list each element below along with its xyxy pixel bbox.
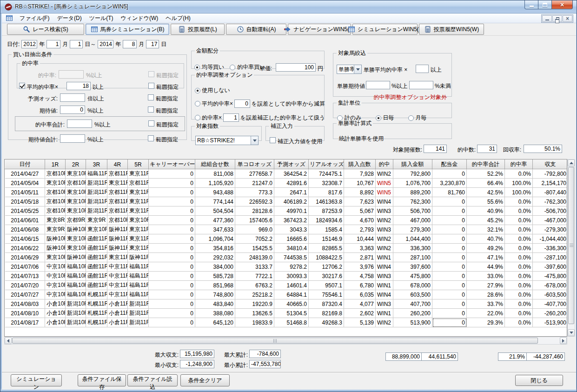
grid-cell[interactable]: 47.1% [467,253,505,262]
grid-cell[interactable]: 6,780 [344,281,376,290]
grid-cell[interactable]: 22.0% [467,309,505,318]
grid-cell[interactable]: 157405.6 [235,216,274,225]
grid-cell[interactable]: 2014/06/15 [5,234,45,244]
grid-cell[interactable]: 福島10R [66,281,86,290]
grid-cell[interactable]: 34810.4 [274,244,309,253]
scroll-down-button[interactable] [568,329,575,336]
grid-cell[interactable]: 6,035 [344,290,376,299]
grid-cell[interactable]: 新潟11R [86,188,107,197]
grid-cell[interactable]: 0 [149,234,195,244]
grid-cell[interactable]: 0 [149,290,195,299]
grid-cell[interactable]: 小倉11R [107,309,128,318]
grid-cell[interactable]: WIN3 [376,225,393,234]
grid-cell[interactable]: 7,623 [344,197,376,206]
grid-cell[interactable]: -807,440 [533,188,568,197]
grid-cell[interactable]: 2014/05/11 [5,188,45,197]
grid-cell[interactable]: WIN4 [376,197,393,206]
chevron-down-icon[interactable] [251,136,258,145]
grid-cell[interactable]: 福島11R [128,262,149,272]
avg-hit-rate-input[interactable]: 18 [66,82,91,90]
column-header[interactable]: 1R [45,160,66,169]
menu-item[interactable]: ファイル(F) [16,13,53,23]
avg-hit-rate-checkbox[interactable] [19,83,25,89]
grid-cell[interactable]: 東京11R [128,225,149,234]
grid-cell[interactable]: 東京9R , [45,225,66,234]
grid-cell[interactable]: 福島10R [66,290,86,299]
grid-cell[interactable]: 513,900 [393,318,432,327]
grid-cell[interactable]: 943,488 [195,188,235,197]
grid-cell[interactable]: WIN2 [376,216,393,225]
grid-cell[interactable]: 30217.6 [309,272,344,281]
grid-cell[interactable]: 0 [432,318,467,327]
grid-cell[interactable]: 817.6 [309,188,344,197]
grid-cell[interactable]: 新潟11R [86,197,107,206]
horizontal-scrollbar[interactable] [4,337,567,345]
toolbar-button-navigation-win5[interactable]: ナビゲーションWIN5(N) [288,24,351,35]
grid-cell[interactable]: 388,080 [195,309,235,318]
grid-cell[interactable]: 東京10R [45,253,66,262]
grid-cell[interactable]: 0 [149,179,195,188]
grid-cell[interactable]: 函館11R [86,244,107,253]
grid-cell[interactable]: 京都11R [107,206,128,216]
grid-cell[interactable]: -1,044,400 [533,234,568,244]
grid-cell[interactable]: 30093.3 [274,272,309,281]
grid-cell[interactable]: 29.3% [467,318,505,327]
grid-cell[interactable]: 福島11R [128,290,149,299]
grid-cell[interactable]: 3,976 [344,262,376,272]
grid-cell[interactable]: 87320.4 [309,299,344,309]
toolbar-button-simulation-win5[interactable]: シミュレーションWIN5(I) [352,24,418,35]
grid-cell[interactable]: 4,077 [344,299,376,309]
grid-cell[interactable]: 0.0% [505,216,533,225]
grid-cell[interactable]: 札幌11R [86,309,107,318]
grid-cell[interactable]: 87253.9 [309,206,344,216]
maximize-button[interactable] [538,0,551,9]
column-header[interactable]: 的中率合計 [467,160,505,169]
grid-cell[interactable]: 1,096,704 [195,234,235,244]
load-condition-button[interactable]: 条件ファイル読込 [127,374,178,386]
grid-cell[interactable]: 367423.2 [274,216,309,225]
minimize-button[interactable] [524,0,538,9]
grid-cell[interactable]: 0 [149,225,195,234]
grid-cell[interactable]: 新潟10R [66,318,86,327]
grid-cell[interactable]: 475,800 [393,272,432,281]
grid-cell[interactable]: 函館11R [86,234,107,244]
grid-cell[interactable]: 函館11R [86,262,107,272]
grid-cell[interactable]: 10,444 [344,234,376,244]
column-header[interactable]: 的中 [376,160,393,169]
column-header[interactable]: 配当金 [432,160,467,169]
save-condition-button[interactable]: 条件ファイル保存 [78,374,126,386]
grid-cell[interactable]: 京都10R [45,169,66,179]
grid-cell[interactable]: 773.3 [235,188,274,197]
grid-cell[interactable]: 49970.1 [274,206,309,216]
grid-cell[interactable]: 0 [149,299,195,309]
grid-cell[interactable]: 中京11R [107,272,128,281]
grid-cell[interactable]: 64884.1 [274,290,309,299]
grid-cell[interactable]: -603,500 [533,290,568,299]
grid-cell[interactable]: 福島10R [66,262,86,272]
grid-cell[interactable]: 1461363.8 [309,197,344,206]
grid-cell[interactable]: 226592.3 [235,197,274,206]
grid-cell[interactable]: 506,700 [393,206,432,216]
grid-cell[interactable]: 19220.9 [235,299,274,309]
grid-cell[interactable]: 32.1% [467,225,505,234]
grid-cell[interactable]: -407,700 [533,299,568,309]
grid-cell[interactable]: 中京10R [45,281,66,290]
grid-cell[interactable]: 28128.6 [235,206,274,216]
grid-cell[interactable]: 0.0% [505,225,533,234]
grid-cell[interactable]: -762,300 [533,197,568,206]
grid-cell[interactable]: 1088422.5 [309,253,344,262]
grid-cell[interactable]: -397,600 [533,262,568,272]
multiplier-input[interactable] [416,65,429,73]
grid-cell[interactable]: 5,139 [344,318,376,327]
grid-cell[interactable]: 0 [149,253,195,262]
vertical-scroll-thumb[interactable] [568,167,574,324]
grid-cell[interactable]: 52.2% [467,169,505,179]
column-header[interactable]: 単コロオッズ [235,160,274,169]
pred-odds-input[interactable] [60,93,85,102]
grid-cell[interactable]: 33.0% [467,272,505,281]
grid-cell[interactable]: 東京11R [128,197,149,206]
grid-cell[interactable]: 中京10R [45,290,66,299]
grid-cell[interactable]: 2014/08/10 [5,309,45,318]
grid-cell[interactable]: 函館11R [86,253,107,262]
grid-cell[interactable]: 0 [432,299,467,309]
